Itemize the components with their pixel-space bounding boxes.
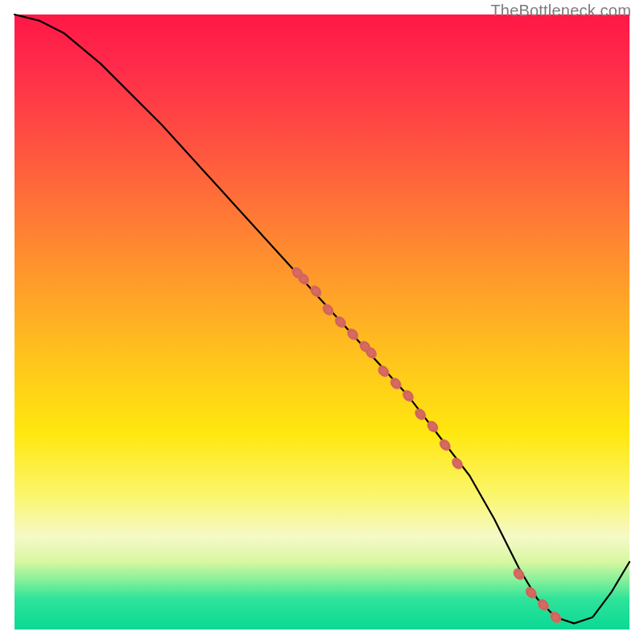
gradient-plot-area [14,14,630,630]
watermark-text: TheBottleneck.com [490,2,631,20]
